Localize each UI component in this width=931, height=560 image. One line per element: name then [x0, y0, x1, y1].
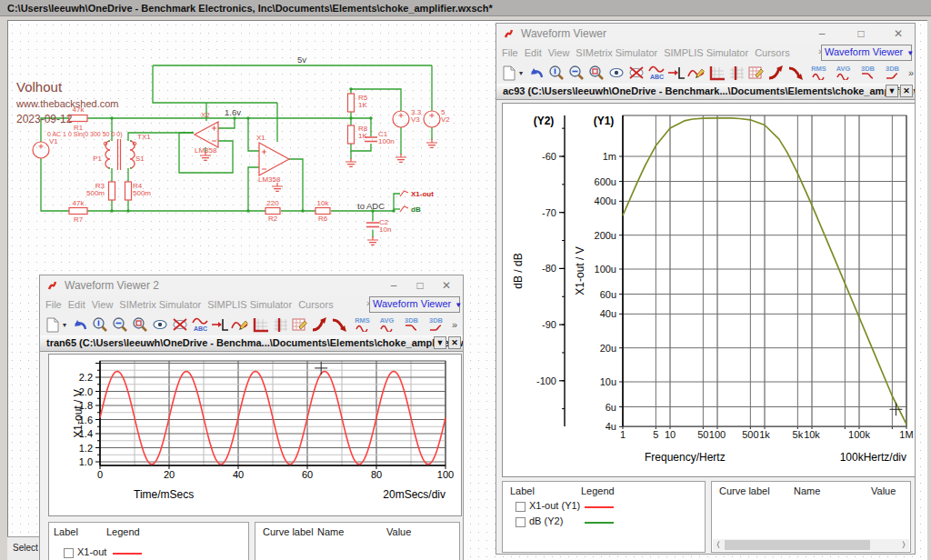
menu-item-edit[interactable]: Edit	[68, 296, 85, 313]
new-axes-button[interactable]	[250, 315, 270, 334]
zoom-box-button[interactable]	[586, 64, 606, 82]
menu-item-file[interactable]: File	[502, 45, 518, 61]
waveform-viewer-window[interactable]: Waveform Viewer – □ ✕ FileEditViewSIMetr…	[496, 23, 916, 555]
tab-ac93[interactable]: ac93 (C:\Users\leeuwh\OneDrive - Benchma…	[503, 85, 916, 96]
legend-curve-name: dB (Y2)	[529, 515, 563, 526]
new-grid-button[interactable]	[726, 64, 746, 82]
svg-text:60u: 60u	[600, 289, 616, 300]
add-axis-button[interactable]	[666, 64, 686, 82]
ac-graph[interactable]: 1510501005001k5k10k100k1M1m600u400u200u1…	[502, 103, 916, 477]
legend-panel: Label Legend X1-out	[48, 522, 249, 560]
toolbar-overflow-chevron[interactable]: »	[908, 67, 914, 78]
svg-text:LM358: LM358	[195, 146, 217, 155]
maximize-button[interactable]: □	[848, 25, 874, 42]
minimize-button[interactable]: –	[809, 25, 835, 42]
legend-color-line	[113, 553, 142, 555]
avg-measure-button[interactable]: AVG	[831, 64, 856, 82]
close-button[interactable]: ✕	[434, 277, 459, 294]
scroll-left-icon[interactable]: 〈	[713, 539, 724, 551]
toolbar-overflow-chevron[interactable]: »	[452, 319, 457, 330]
svg-text:100kHertz/div: 100kHertz/div	[840, 451, 906, 464]
tab-dropdown-button[interactable]: ▼	[886, 85, 898, 97]
menu-item-view[interactable]: View	[92, 296, 114, 313]
menu-item-simplis-simulator[interactable]: SIMPLIS Simulator	[664, 45, 748, 61]
edit-grid-button[interactable]	[746, 64, 766, 82]
new-grid-button[interactable]	[270, 315, 290, 334]
maximize-button[interactable]: □	[407, 277, 433, 294]
edit-curve-button[interactable]	[230, 315, 250, 334]
svg-text:100k: 100k	[848, 429, 870, 440]
tab-dropdown-button[interactable]: ▼	[434, 336, 446, 349]
window-title: Waveform Viewer 2	[65, 279, 159, 292]
add-axis-button[interactable]	[210, 315, 230, 334]
rms-measure-button[interactable]: RMS	[350, 315, 375, 334]
tab-close-button[interactable]: ✕	[448, 336, 461, 349]
legend-checkbox[interactable]	[64, 548, 74, 558]
new-file-button[interactable]	[499, 64, 519, 82]
new-file-dropdown-icon[interactable]: ▾	[519, 69, 526, 77]
waveform-viewer-2-titlebar[interactable]: Waveform Viewer 2 – □ ✕	[40, 275, 463, 296]
rms-measure-button[interactable]: RMS	[806, 64, 831, 82]
edit-curve-button[interactable]	[686, 64, 706, 82]
hide-curve-button[interactable]	[626, 64, 646, 82]
schematic-window-titlebar[interactable]: C:\Users\leeuwh\OneDrive - Benchmark Ele…	[0, 0, 931, 16]
scrollbar-thumb[interactable]	[725, 540, 870, 550]
show-curve-button[interactable]	[150, 315, 170, 334]
menu-item-simplis-simulator[interactable]: SIMPLIS Simulator	[207, 296, 292, 313]
new-file-dropdown-icon[interactable]: ▾	[63, 321, 70, 329]
curve-header-label: Curve label	[263, 526, 314, 537]
tab-close-button[interactable]: ✕	[900, 85, 913, 97]
zoom-y-button[interactable]	[90, 315, 110, 334]
menu-item-cursors[interactable]: Cursors	[298, 296, 334, 313]
horizontal-scrollbar[interactable]: 〈 〉	[713, 539, 909, 551]
tab-tran65[interactable]: tran65 (C:\Users\leeuwh\OneDrive - Bench…	[46, 337, 464, 348]
waveform-viewer-titlebar[interactable]: Waveform Viewer – □ ✕	[496, 24, 915, 45]
svg-text:-90: -90	[542, 319, 556, 330]
menu-item-cursors[interactable]: Cursors	[755, 45, 790, 61]
zoom-x-button[interactable]	[566, 64, 586, 82]
context-selector-combo[interactable]: Waveform Viewer▼	[369, 296, 460, 313]
waveform-viewer-2-window[interactable]: Waveform Viewer 2 – □ ✕ FileEditViewSIMe…	[39, 275, 464, 560]
minimize-button[interactable]: –	[381, 277, 406, 294]
undo-button[interactable]	[526, 64, 546, 82]
zoom-box-button[interactable]	[130, 315, 150, 334]
transient-graph[interactable]: 0204060801001.01.21.41.61.82.02.2X1-out …	[48, 354, 462, 516]
3db-measure-button[interactable]: 3DB	[424, 315, 448, 334]
svg-text:R2: R2	[268, 215, 278, 223]
menu-item-view[interactable]: View	[548, 45, 570, 61]
zoom-x-button[interactable]	[110, 315, 130, 334]
measure-fall-button[interactable]	[330, 315, 350, 334]
new-axes-button[interactable]	[706, 64, 726, 82]
edit-grid-button[interactable]	[290, 315, 310, 334]
3db-measure-button[interactable]: 3DB	[856, 64, 880, 82]
measure-rise-button[interactable]	[766, 64, 786, 82]
menu-item-file[interactable]: File	[45, 296, 62, 313]
context-selector-combo[interactable]: Waveform Viewer▼	[821, 45, 912, 61]
undo-button[interactable]	[70, 315, 90, 334]
legend-header-label: Label	[54, 526, 78, 537]
menu-item-simetrix-simulator[interactable]: SIMetrix Simulator	[119, 296, 201, 313]
show-curve-button[interactable]	[606, 64, 626, 82]
3db-measure-button[interactable]: 3DB	[399, 315, 424, 334]
svg-text:5v: 5v	[297, 55, 306, 65]
scroll-right-icon[interactable]: 〉	[898, 539, 909, 551]
svg-text:Time/mSecs: Time/mSecs	[134, 488, 194, 501]
label-curve-button[interactable]: ABC	[646, 64, 666, 82]
measure-rise-button[interactable]	[310, 315, 330, 334]
svg-text:600u: 600u	[595, 176, 616, 187]
avg-measure-button[interactable]: AVG	[375, 315, 399, 334]
legend-checkbox[interactable]	[516, 502, 526, 512]
label-curve-button[interactable]: ABC	[190, 315, 210, 334]
close-button[interactable]: ✕	[886, 25, 911, 42]
measure-fall-button[interactable]	[786, 64, 806, 82]
svg-text:www.thebackshed.com: www.thebackshed.com	[15, 98, 119, 109]
svg-text:100u: 100u	[595, 264, 616, 275]
zoom-y-button[interactable]	[546, 64, 566, 82]
menu-item-simetrix-simulator[interactable]: SIMetrix Simulator	[576, 45, 657, 61]
legend-checkbox[interactable]	[516, 517, 526, 527]
svg-text:1m: 1m	[603, 151, 616, 162]
menu-item-edit[interactable]: Edit	[525, 45, 542, 61]
hide-curve-button[interactable]	[170, 315, 190, 334]
new-file-button[interactable]	[43, 315, 63, 334]
3db-measure-button[interactable]: 3DB	[880, 64, 905, 82]
